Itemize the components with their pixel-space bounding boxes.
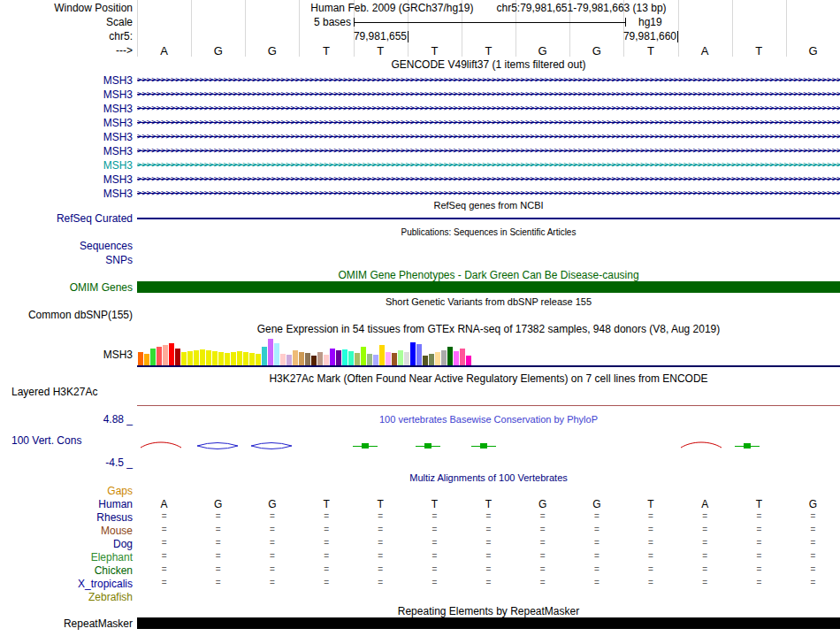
gene-transcript-arrows[interactable]: >>>>>>>>>>>>>>>>>>>>>>>>>>>>>>>>>>>>>>>>… xyxy=(137,174,840,184)
gene-transcript-row[interactable]: MSH3>>>>>>>>>>>>>>>>>>>>>>>>>>>>>>>>>>>>… xyxy=(0,173,840,186)
gtex-tissue-bar[interactable] xyxy=(429,354,434,365)
gtex-tissue-bar[interactable] xyxy=(348,351,354,365)
omim-genes-label[interactable]: OMIM Genes xyxy=(0,281,133,294)
gtex-tissue-bar[interactable] xyxy=(212,351,218,365)
gene-transcript-label[interactable]: MSH3 xyxy=(0,131,133,143)
multiz-track-title[interactable]: Multiz Alignments of 100 Vertebrates xyxy=(137,472,840,483)
gtex-tissue-bar[interactable] xyxy=(286,355,292,365)
dbsnp-track-title[interactable]: Short Genetic Variants from dbSNP releas… xyxy=(137,296,840,307)
gtex-tissue-bar[interactable] xyxy=(423,356,428,365)
gene-transcript-label[interactable]: MSH3 xyxy=(0,188,133,200)
gtex-tissue-bar[interactable] xyxy=(447,347,453,365)
refseq-curated-label[interactable]: RefSeq Curated xyxy=(0,212,133,225)
multiz-species-row-chicken[interactable]: Chicken============= xyxy=(0,564,840,577)
gtex-tissue-bar[interactable] xyxy=(398,350,403,365)
gene-transcript-label[interactable]: MSH3 xyxy=(0,173,133,186)
gtex-tissue-bar[interactable] xyxy=(243,352,248,365)
gtex-tissue-bar[interactable] xyxy=(181,352,187,365)
gtex-tissue-bar[interactable] xyxy=(138,352,143,365)
species-label[interactable]: Zebrafish xyxy=(0,591,133,603)
multiz-species-row-mouse[interactable]: Mouse============= xyxy=(0,525,840,537)
sequences-label[interactable]: Sequences xyxy=(0,240,133,252)
gene-transcript-arrows[interactable]: >>>>>>>>>>>>>>>>>>>>>>>>>>>>>>>>>>>>>>>>… xyxy=(137,188,840,198)
gtex-tissue-bar[interactable] xyxy=(144,354,149,365)
gtex-tissue-bar[interactable] xyxy=(194,350,199,365)
gtex-gene-label[interactable]: MSH3 xyxy=(0,349,133,361)
gtex-tissue-bar[interactable] xyxy=(342,349,347,365)
gtex-expression-bars[interactable] xyxy=(138,337,492,365)
species-label[interactable]: Gaps xyxy=(0,485,133,497)
gtex-tissue-bar[interactable] xyxy=(206,350,211,365)
gene-transcript-label[interactable]: MSH3 xyxy=(0,117,133,129)
publications-track-title[interactable]: Publications: Sequences in Scientific Ar… xyxy=(137,227,840,237)
conservation-plot[interactable] xyxy=(137,432,840,460)
gtex-tissue-bar[interactable] xyxy=(237,351,242,365)
repeatmasker-bar[interactable] xyxy=(137,617,840,629)
gtex-tissue-bar[interactable] xyxy=(280,354,286,365)
gtex-tissue-bar[interactable] xyxy=(256,354,261,365)
species-label[interactable]: Elephant xyxy=(0,551,133,564)
gtex-tissue-bar[interactable] xyxy=(466,356,471,365)
gtex-tissue-bar[interactable] xyxy=(169,343,174,365)
conservation-track-label[interactable]: 100 Vert. Cons xyxy=(0,434,133,447)
gtex-tissue-bar[interactable] xyxy=(163,345,168,365)
gtex-tissue-bar[interactable] xyxy=(150,349,156,365)
gtex-tissue-bar[interactable] xyxy=(305,353,310,365)
gene-transcript-row[interactable]: MSH3>>>>>>>>>>>>>>>>>>>>>>>>>>>>>>>>>>>>… xyxy=(0,117,840,129)
gtex-tissue-bar[interactable] xyxy=(373,355,378,365)
h3k27ac-track-title[interactable]: H3K27Ac Mark (Often Found Near Active Re… xyxy=(137,372,840,385)
multiz-species-row-zebrafish[interactable]: Zebrafish xyxy=(0,591,840,603)
multiz-species-row-x_tropicalis[interactable]: X_tropicalis============= xyxy=(0,578,840,590)
gencode-track-title[interactable]: GENCODE V49lift37 (1 items filtered out) xyxy=(137,58,840,71)
gtex-tissue-bar[interactable] xyxy=(410,342,416,365)
gtex-tissue-bar[interactable] xyxy=(249,353,255,365)
gene-transcript-row[interactable]: MSH3>>>>>>>>>>>>>>>>>>>>>>>>>>>>>>>>>>>>… xyxy=(0,159,840,172)
gtex-tissue-bar[interactable] xyxy=(231,352,236,365)
gtex-tissue-bar[interactable] xyxy=(262,347,267,365)
gtex-tissue-bar[interactable] xyxy=(299,352,304,365)
gene-transcript-row[interactable]: MSH3>>>>>>>>>>>>>>>>>>>>>>>>>>>>>>>>>>>>… xyxy=(0,131,840,143)
species-label[interactable]: Rhesus xyxy=(0,511,133,524)
multiz-species-row-dog[interactable]: Dog============= xyxy=(0,538,840,550)
gene-transcript-arrows[interactable]: >>>>>>>>>>>>>>>>>>>>>>>>>>>>>>>>>>>>>>>>… xyxy=(137,104,840,113)
gtex-tissue-bar[interactable] xyxy=(460,349,465,365)
repeatmasker-label[interactable]: RepeatMasker xyxy=(0,617,133,630)
gtex-tissue-bar[interactable] xyxy=(404,352,409,365)
gtex-tissue-bar[interactable] xyxy=(379,345,385,365)
gene-transcript-label[interactable]: MSH3 xyxy=(0,88,133,101)
refseq-track-title[interactable]: RefSeq genes from NCBI xyxy=(137,200,840,211)
gene-transcript-label[interactable]: MSH3 xyxy=(0,103,133,115)
dbsnp-label[interactable]: Common dbSNP(155) xyxy=(0,309,133,321)
species-label[interactable]: Mouse xyxy=(0,525,133,537)
gene-transcript-row[interactable]: MSH3>>>>>>>>>>>>>>>>>>>>>>>>>>>>>>>>>>>>… xyxy=(0,74,840,87)
gtex-tissue-bar[interactable] xyxy=(386,352,391,365)
gtex-tissue-bar[interactable] xyxy=(187,351,193,365)
gene-transcript-arrows[interactable]: >>>>>>>>>>>>>>>>>>>>>>>>>>>>>>>>>>>>>>>>… xyxy=(137,132,840,142)
gtex-tissue-bar[interactable] xyxy=(435,352,440,365)
species-label[interactable]: Chicken xyxy=(0,564,133,577)
gtex-tissue-bar[interactable] xyxy=(355,353,360,365)
species-label[interactable]: Dog xyxy=(0,538,133,550)
h3k27ac-baseline[interactable] xyxy=(137,405,840,406)
gtex-tissue-bar[interactable] xyxy=(361,347,366,365)
gtex-tissue-bar[interactable] xyxy=(441,350,447,365)
gtex-tissue-bar[interactable] xyxy=(311,356,317,365)
gtex-tissue-bar[interactable] xyxy=(175,349,180,365)
refseq-curated-row[interactable]: RefSeq Curated xyxy=(0,212,840,225)
gtex-tissue-bar[interactable] xyxy=(268,339,273,365)
gtex-tissue-bar[interactable] xyxy=(416,344,422,365)
repeatmasker-row[interactable]: RepeatMasker xyxy=(0,617,840,630)
gtex-tissue-bar[interactable] xyxy=(367,354,372,365)
gtex-tissue-bar[interactable] xyxy=(317,352,323,365)
gene-transcript-arrows[interactable]: >>>>>>>>>>>>>>>>>>>>>>>>>>>>>>>>>>>>>>>>… xyxy=(137,118,840,127)
gene-transcript-label[interactable]: MSH3 xyxy=(0,74,133,87)
species-label[interactable]: X_tropicalis xyxy=(0,578,133,590)
gene-transcript-row[interactable]: MSH3>>>>>>>>>>>>>>>>>>>>>>>>>>>>>>>>>>>>… xyxy=(0,188,840,200)
multiz-species-row-rhesus[interactable]: Rhesus============= xyxy=(0,511,840,524)
snps-label[interactable]: SNPs xyxy=(0,254,133,266)
gtex-tissue-bar[interactable] xyxy=(330,349,335,365)
multiz-species-row-elephant[interactable]: Elephant============= xyxy=(0,551,840,564)
omim-track-title[interactable]: OMIM Gene Phenotypes - Dark Green Can Be… xyxy=(137,269,840,281)
gene-transcript-row[interactable]: MSH3>>>>>>>>>>>>>>>>>>>>>>>>>>>>>>>>>>>>… xyxy=(0,103,840,115)
multiz-species-row-gaps[interactable]: Gaps xyxy=(0,485,840,497)
